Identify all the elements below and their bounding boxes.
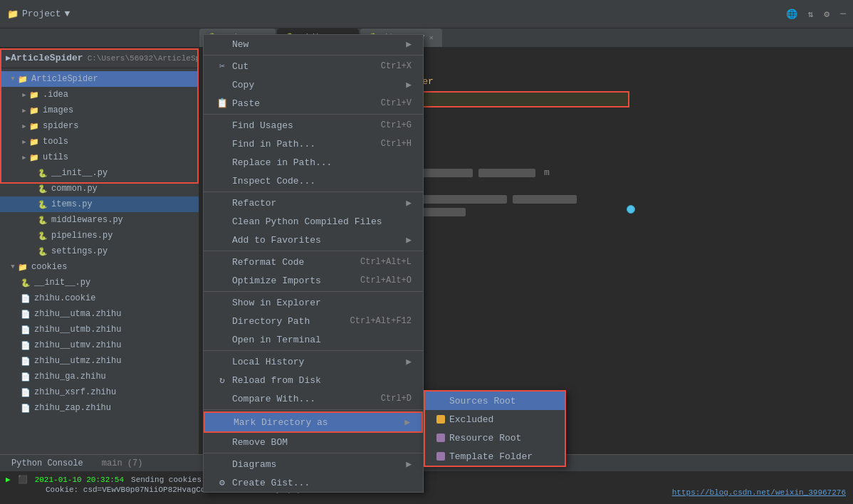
menu-item-paste[interactable]: 📋 Paste Ctrl+V — [204, 94, 423, 112]
menu-label: Remove BOM — [232, 437, 288, 448]
menu-item-compare[interactable]: Compare With... Ctrl+D — [204, 389, 423, 408]
menu-item-create-gist[interactable]: ⚙ Create Gist... — [204, 473, 423, 492]
submenu-arrow: ▶ — [406, 79, 412, 90]
submenu-arrow: ▶ — [406, 356, 412, 367]
sidebar-path: C:\Users\56932\ArticleSpider — [88, 54, 199, 63]
menu-label: Create Gist... — [232, 478, 310, 488]
expand-arrow: ▶ — [20, 153, 28, 162]
menu-item-refactor[interactable]: Refactor ▶ — [204, 194, 423, 212]
tree-item-pipelines[interactable]: 🐍 pipelines.py — [0, 228, 199, 243]
menu-label: Mark Directory as — [234, 417, 328, 428]
tree-item-idea[interactable]: ▶ 📁 .idea — [0, 87, 199, 103]
tree-item-ga[interactable]: 📄 zhihu_ga.zhihu — [0, 369, 199, 384]
tree-item-images[interactable]: ▶ 📁 images — [0, 103, 199, 118]
menu-item-open-terminal[interactable]: Open in Terminal — [204, 330, 423, 349]
tree-item-utmv[interactable]: 📄 zhihu__utmv.zhihu — [0, 337, 199, 353]
tab-close-icon[interactable]: ✕ — [429, 33, 434, 42]
menu-item-local-history[interactable]: Local History ▶ — [204, 352, 423, 371]
tree-item-common[interactable]: 🐍 common.py — [0, 181, 199, 196]
console-timestamp: 2021-01-10 20:32:54 — [35, 476, 124, 484]
submenu-arrow: ▶ — [404, 416, 410, 428]
project-label: Project — [22, 9, 61, 19]
excluded-icon — [436, 415, 445, 424]
menu-item-dir-path[interactable]: Directory Path Ctrl+Alt+F12 — [204, 312, 423, 330]
menu-item-reload-disk[interactable]: ↻ Reload from Disk — [204, 371, 423, 389]
menu-item-optimize-imports[interactable]: Optimize Imports Ctrl+Alt+O — [204, 271, 423, 290]
folder-icon: 📁 — [28, 120, 40, 132]
gist-icon: ⚙ — [215, 477, 229, 488]
menu-label: Refactor — [232, 198, 276, 209]
tree-label: images — [43, 105, 73, 115]
expand-arrow: ▶ — [20, 90, 28, 99]
tree-label: __init__.py — [51, 168, 108, 178]
tree-item-settings[interactable]: 🐍 settings.py — [0, 243, 199, 259]
menu-item-replace-path[interactable]: Replace in Path... — [204, 153, 423, 172]
console-tab-main[interactable]: main (7) — [96, 458, 149, 468]
tree-item-xsrf[interactable]: 📄 zhihu_xsrf.zhihu — [0, 384, 199, 400]
tree-item-init[interactable]: 🐍 __init__.py — [0, 165, 199, 181]
tree-item-spiders[interactable]: ▶ 📁 spiders — [0, 118, 199, 134]
menu-item-add-favorites[interactable]: Add to Favorites ▶ — [204, 231, 423, 249]
layout-icon[interactable]: ⇅ — [808, 9, 814, 20]
tree-label: zhihu_zap.zhihu — [34, 403, 111, 413]
console-content: ▶ ⬛ 2021-01-10 20:32:54 Sending cookies … — [0, 472, 853, 497]
menu-label: Local History — [232, 357, 304, 367]
console-icon-run[interactable]: ▶ — [6, 475, 11, 484]
project-dropdown-icon: ▼ — [65, 9, 70, 19]
menu-item-mark-directory[interactable]: Mark Directory as ▶ — [205, 413, 422, 431]
menu-item-show-explorer[interactable]: Show in Explorer — [204, 293, 423, 312]
shortcut-label: Ctrl+G — [381, 120, 412, 130]
submenu-arrow: ▶ — [406, 197, 412, 209]
tree-item-middlewares[interactable]: 🐍 middlewares.py — [0, 212, 199, 228]
folder-icon: 📁 — [17, 73, 28, 85]
tree-item-utmz[interactable]: 📄 zhihu__utmz.zhihu — [0, 353, 199, 369]
menu-item-diagrams[interactable]: Diagrams ▶ — [204, 455, 423, 473]
menu-item-new[interactable]: New ▶ — [204, 35, 423, 53]
submenu-arrow: ▶ — [406, 234, 412, 246]
menu-label: Diagrams — [232, 459, 276, 470]
menu-label: Clean Python Compiled Files — [232, 216, 382, 227]
tree-item-cookies[interactable]: ▼ 📁 cookies — [0, 259, 199, 275]
menu-item-remove-bom[interactable]: Remove BOM — [204, 433, 423, 451]
shortcut-label: Ctrl+V — [381, 98, 412, 108]
tree-item-zap[interactable]: 📄 zhihu_zap.zhihu — [0, 400, 199, 416]
submenu-template-folder[interactable]: Template Folder — [425, 447, 565, 466]
submenu-resource-root[interactable]: Resource Root — [425, 429, 565, 447]
sidebar: ▶ ArticleSpider C:\Users\56932\ArticleSp… — [0, 48, 199, 504]
tree-item-articlespider[interactable]: ▼ 📁 ArticleSpider — [0, 71, 199, 87]
expand-arrow: ▶ — [20, 106, 28, 115]
menu-separator — [204, 291, 423, 292]
sidebar-root-label[interactable]: ArticleSpider — [11, 53, 83, 63]
tree-item-utils[interactable]: ▶ 📁 utils — [0, 149, 199, 165]
menu-label: Copy — [232, 80, 254, 90]
project-menu[interactable]: 📁 Project ▼ — [7, 9, 70, 20]
menu-item-inspect-code[interactable]: Inspect Code... — [204, 172, 423, 190]
tree-label: .idea — [43, 90, 68, 100]
console-icon-stop[interactable]: ⬛ — [18, 475, 28, 484]
menu-item-copy[interactable]: Copy ▶ — [204, 75, 423, 94]
submenu-excluded[interactable]: Excluded — [425, 410, 565, 429]
tree-item-utma[interactable]: 📄 zhihu__utma.zhihu — [0, 306, 199, 322]
tree-item-tools[interactable]: ▶ 📁 tools — [0, 134, 199, 149]
menu-label: Find in Path... — [232, 139, 315, 149]
menu-item-reformat[interactable]: Reformat Code Ctrl+Alt+L — [204, 253, 423, 271]
menu-label: Excluded — [449, 414, 493, 425]
tree-item-utmb[interactable]: 📄 zhihu__utmb.zhihu — [0, 322, 199, 337]
console-url[interactable]: https://blog.csdn.net/weixin_39967276 — [672, 488, 846, 497]
tree-item-zhihu-cookie[interactable]: 📄 zhihu.cookie — [0, 290, 199, 306]
menu-item-clean-python[interactable]: Clean Python Compiled Files — [204, 212, 423, 231]
submenu-sources-root[interactable]: Sources Root — [425, 392, 565, 410]
tree-label: ArticleSpider — [31, 74, 98, 84]
menu-separator — [204, 55, 423, 56]
tree-item-cookies-init[interactable]: 🐍 __init__.py — [0, 275, 199, 290]
submenu-arrow: ▶ — [406, 38, 412, 50]
minimize-icon[interactable]: ─ — [840, 9, 846, 19]
globe-icon[interactable]: 🌐 — [786, 9, 797, 20]
menu-item-find-path[interactable]: Find in Path... Ctrl+H — [204, 135, 423, 153]
menu-item-find-usages[interactable]: Find Usages Ctrl+G — [204, 116, 423, 135]
settings-icon[interactable]: ⚙ — [824, 9, 830, 20]
menu-item-cut[interactable]: ✂ Cut Ctrl+X — [204, 57, 423, 75]
file-icon: 📄 — [20, 371, 31, 382]
tree-item-items[interactable]: 🐍 items.py — [0, 196, 199, 212]
console-tab-python[interactable]: Python Console — [6, 458, 89, 468]
